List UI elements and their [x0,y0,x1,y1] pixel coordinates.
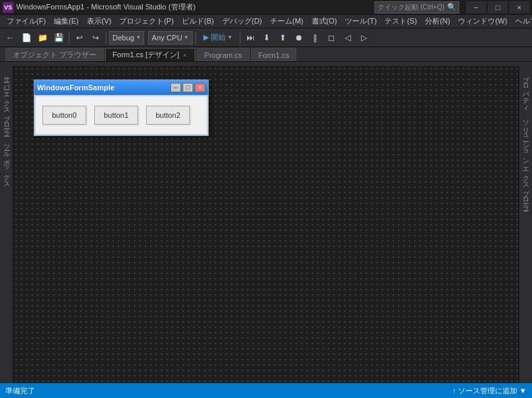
tab-form1-cs[interactable]: Form1.cs [251,48,297,61]
menu-file[interactable]: ファイル(F) [3,15,50,28]
form-title-buttons: ─ □ × [170,83,205,92]
run-arrow: ▼ [228,34,233,40]
left-panel: サーバー エクスプローラー ツールボックス [0,66,13,389]
menu-analyze[interactable]: 分析(N) [421,15,454,28]
toolbar-back[interactable]: ← [3,30,18,45]
toolbar-more4[interactable]: ▷ [356,30,371,45]
menu-bar: ファイル(F) 編集(E) 表示(V) プロジェクト(P) ビルド(B) デバッ… [0,15,532,28]
window-controls: クイック起動 (Ctrl+Q) 🔍 − □ × [374,1,529,13]
toolbar-breakpoint[interactable]: ⏺ [292,30,306,45]
form-window[interactable]: WindowsFormSample ─ □ × button0 button1 … [34,79,209,136]
properties-label[interactable]: プロパティ [520,69,532,111]
separator-3 [195,32,196,44]
debug-config-dropdown[interactable]: Debug ▼ [109,31,144,44]
minimize-button[interactable]: − [466,1,486,13]
form-body: button0 button1 button2 [34,95,208,135]
debug-config-arrow: ▼ [135,34,141,40]
platform-label: Any CPU [152,34,182,42]
status-bar: 準備完了 ↑ ソース管理に追加 ▼ [0,383,532,398]
menu-window[interactable]: ウィンドウ(W) [454,15,511,28]
run-button[interactable]: ▶ 開始 ▼ [199,30,238,44]
toolbar-step-out[interactable]: ⬆ [275,30,290,45]
form-button-2[interactable]: button2 [146,106,190,125]
tab-program-cs-label: Program.cs [204,51,242,59]
toolbar-more1[interactable]: ‖ [308,30,323,45]
tab-object-browser[interactable]: オブジェクト ブラウザー [5,48,104,61]
right-panel: プロパティ ソリューション エクスプローラー [519,66,532,389]
toolbar-undo[interactable]: ↩ [72,30,87,45]
toolbar-new[interactable]: 📄 [19,30,34,45]
menu-tools[interactable]: ツール(T) [341,15,380,28]
menu-project[interactable]: プロジェクト(P) [115,15,178,28]
solution-explorer-label[interactable]: ソリューション エクスプローラー [520,112,532,210]
run-icon: ▶ [203,33,209,42]
close-button[interactable]: × [509,1,529,13]
debug-config-label: Debug [112,34,134,42]
app-icon: VS [3,2,13,13]
toolbox-label[interactable]: ツールボックス [1,137,13,187]
platform-dropdown[interactable]: Any CPU ▼ [148,31,192,44]
toolbar-more3[interactable]: ◁ [340,30,355,45]
menu-edit[interactable]: 編集(E) [50,15,83,28]
toolbar-open[interactable]: 📁 [35,30,50,45]
status-right: ↑ ソース管理に追加 ▼ [453,386,527,396]
platform-arrow: ▼ [184,34,189,40]
tab-form-designer[interactable]: Form1.cs [デザイン] × [105,48,195,61]
tab-program-cs[interactable]: Program.cs [197,48,249,61]
tab-form1-cs-label: Form1.cs [259,51,290,59]
menu-debug[interactable]: デバッグ(D) [218,15,266,28]
form-close-btn[interactable]: × [195,83,205,92]
menu-team[interactable]: チーム(M) [266,15,308,28]
form-button-0[interactable]: button0 [42,106,86,125]
form-title: WindowsFormSample [37,84,114,92]
designer-area: WindowsFormSample ─ □ × button0 button1 … [13,66,519,383]
menu-help[interactable]: ヘルプ(H) [511,15,532,28]
toolbar-redo[interactable]: ↪ [88,30,103,45]
tab-form-designer-label: Form1.cs [デザイン] [112,50,179,60]
run-label: 開始 [211,32,226,42]
toolbar-more2[interactable]: ◻ [324,30,339,45]
separator-4 [240,32,240,44]
quick-launch-label: クイック起動 (Ctrl+Q) [375,3,447,12]
server-explorer-label[interactable]: サーバー エクスプローラー [1,69,13,135]
title-text: WindowsFormsApp1 - Microsoft Visual Stud… [16,2,195,12]
title-bar: VS WindowsFormsApp1 - Microsoft Visual S… [0,0,532,15]
menu-view[interactable]: 表示(V) [83,15,116,28]
toolbar-save[interactable]: 💾 [51,30,66,45]
toolbar-step-over[interactable]: ⏭ [243,30,258,45]
tab-object-browser-label: オブジェクト ブラウザー [13,50,96,60]
restore-button[interactable]: □ [488,1,508,13]
status-text: 準備完了 [5,386,35,396]
menu-build[interactable]: ビルド(B) [178,15,218,28]
form-restore-btn[interactable]: □ [182,83,193,92]
separator-1 [69,32,69,44]
toolbar-step-in[interactable]: ⬇ [259,30,274,45]
toolbar: ← 📄 📁 💾 ↩ ↪ Debug ▼ Any CPU ▼ ▶ 開始 ▼ ⏭ ⬇… [0,28,532,47]
main-content: WindowsFormSample ─ □ × button0 button1 … [13,66,519,383]
menu-test[interactable]: テスト(S) [380,15,421,28]
menu-format[interactable]: 書式(O) [308,15,341,28]
form-button-1[interactable]: button1 [94,106,138,125]
search-icon: 🔍 [447,3,459,11]
tab-form-designer-close[interactable]: × [182,52,188,59]
separator-2 [106,32,106,44]
form-minimize-btn[interactable]: ─ [170,83,181,92]
tab-bar: オブジェクト ブラウザー Form1.cs [デザイン] × Program.c… [0,47,532,62]
form-titlebar: WindowsFormSample ─ □ × [34,80,208,95]
